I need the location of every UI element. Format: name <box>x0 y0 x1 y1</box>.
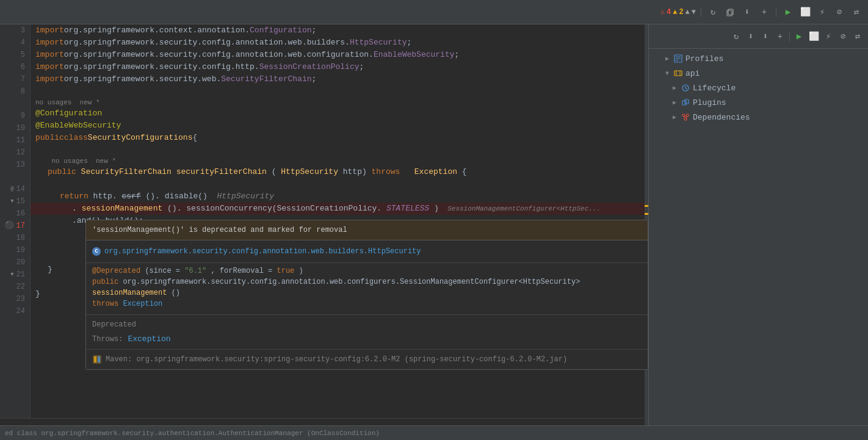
error-count: 4 <box>667 8 671 16</box>
error-badge[interactable]: ⚠ 4 ▲ 2 ▲ ▼ <box>660 7 696 16</box>
ln-13: 13 <box>5 159 25 171</box>
ln-24: 24 <box>5 305 25 317</box>
editor-area: 3 4 5 6 7 8 9 10 11 12 13 @ 14 ▼ 15 <box>0 24 648 425</box>
popup-class-name: org.springframework.security.config.anno… <box>104 245 421 258</box>
popup-maven-section: Maven: org.springframework.security:spri… <box>86 350 648 369</box>
code-line-15: return http. csrf (). disable() HttpSecu… <box>31 190 648 203</box>
stop-button[interactable]: ⊘ <box>833 5 846 19</box>
top-toolbar: ⚠ 4 ▲ 2 ▲ ▼ ↻ ⬇ + ▶ ⬜ ⚡ ⊘ ⇄ <box>0 0 868 24</box>
collapse-icon-15[interactable]: ▼ <box>10 195 13 207</box>
plugins-label: Plugins <box>693 98 726 107</box>
deprecation-popup: 'sessionManagement()' is deprecated and … <box>85 220 648 370</box>
tree-item-dependencies[interactable]: ▶ Dependencies <box>649 110 868 124</box>
code-line-4: import org.springframework.security.conf… <box>31 37 648 49</box>
error-icon: ⚠ <box>660 7 665 16</box>
lifecycle-icon <box>681 83 690 93</box>
toolbar-separator <box>701 7 701 17</box>
popup-signature: @Deprecated (since = "6.1" , forRemoval … <box>86 263 648 315</box>
plugins-icon <box>681 98 690 107</box>
status-bar: ed class org.springframework.security.au… <box>0 425 868 440</box>
copy-button[interactable] <box>723 5 737 19</box>
refresh-button[interactable]: ↻ <box>706 5 720 19</box>
right-panel-toolbar: ↻ ⬇ ⬇ + ▶ ⬜ ⚡ ⊘ ⇄ <box>649 24 868 49</box>
hint-no-usages: no usages new * <box>31 98 648 107</box>
ln-9: 9 <box>5 110 25 122</box>
right-toolbar-btn-6[interactable]: ⬜ <box>807 30 820 43</box>
bookmark-icon: @ <box>10 183 13 195</box>
code-line-6: import org.springframework.security.conf… <box>31 61 648 73</box>
ln-11: 11 <box>5 134 25 146</box>
api-arrow[interactable]: ▼ <box>664 70 671 77</box>
status-text: ed class org.springframework.security.au… <box>5 430 380 437</box>
svg-line-19 <box>685 117 687 118</box>
popup-deprecated-section: Deprecated Throws: Exception <box>86 315 648 350</box>
chevron-down-icon[interactable]: ▼ <box>692 8 696 16</box>
code-line-14 <box>31 178 648 190</box>
right-toolbar-btn-4[interactable]: + <box>773 30 787 43</box>
dependencies-icon <box>681 112 690 122</box>
svg-rect-3 <box>94 356 96 362</box>
error-icon-gutter: ⚫ <box>4 220 14 232</box>
lifecycle-label: Lifecycle <box>693 84 736 93</box>
tree-item-api[interactable]: ▼ api <box>649 66 868 81</box>
ln-3: 3 <box>5 24 25 37</box>
right-toolbar-btn-7[interactable]: ⚡ <box>822 30 835 43</box>
profiles-arrow[interactable]: ▶ <box>664 55 671 62</box>
chevron-up-icon[interactable]: ▲ <box>685 8 690 16</box>
download-button[interactable]: ⬇ <box>740 5 754 19</box>
code-container: 3 4 5 6 7 8 9 10 11 12 13 @ 14 ▼ 15 <box>0 24 648 418</box>
code-line-8 <box>31 85 648 98</box>
profiles-icon <box>673 54 683 63</box>
warn-icon: ▲ <box>673 8 677 16</box>
svg-rect-13 <box>682 101 686 105</box>
add-button[interactable]: + <box>758 5 771 19</box>
lifecycle-arrow[interactable]: ▶ <box>671 84 678 92</box>
ln-9-hint <box>5 98 25 110</box>
code-line-12 <box>31 144 648 156</box>
maven-panel: ↻ ⬇ ⬇ + ▶ ⬜ ⚡ ⊘ ⇄ ▶ Profiles <box>648 24 868 425</box>
ln-7: 7 <box>5 73 25 85</box>
line-numbers-gutter: 3 4 5 6 7 8 9 10 11 12 13 @ 14 ▼ 15 <box>0 24 31 418</box>
code-editor[interactable]: import org.springframework.context.annot… <box>31 24 648 418</box>
split-button[interactable]: ⚡ <box>816 5 829 19</box>
deprecated-text: Deprecated <box>92 320 136 329</box>
right-toolbar-btn-9[interactable]: ⇄ <box>851 30 864 43</box>
collapse-icon-21[interactable]: ▼ <box>10 269 13 281</box>
horizontal-scrollbar[interactable] <box>0 418 648 425</box>
right-toolbar-btn-1[interactable]: ↻ <box>729 30 743 43</box>
signature-line1: public org.springframework.security.conf… <box>92 276 642 298</box>
tree-item-plugins[interactable]: ▶ Plugins <box>649 95 868 110</box>
maven-tree: ▶ Profiles ▼ api ▶ <box>649 49 868 425</box>
tree-item-lifecycle[interactable]: ▶ Lifecycle <box>649 81 868 95</box>
svg-point-17 <box>684 118 687 120</box>
dependencies-arrow[interactable]: ▶ <box>671 114 678 121</box>
popup-class-ref: C org.springframework.security.config.an… <box>92 245 642 258</box>
right-toolbar-sep <box>789 32 790 41</box>
ln-12: 12 <box>5 146 25 159</box>
svg-rect-14 <box>685 99 689 104</box>
tree-item-profiles[interactable]: ▶ Profiles <box>649 51 868 66</box>
plugins-arrow[interactable]: ▶ <box>671 99 678 106</box>
svg-point-16 <box>686 114 689 117</box>
right-toolbar-btn-3[interactable]: ⬇ <box>759 30 772 43</box>
ln-19: 19 <box>5 244 25 256</box>
popup-class-section: C org.springframework.security.config.an… <box>86 240 648 263</box>
ln-17-error: ⚫ 17 <box>5 220 25 232</box>
code-line-13: public SecurityFilterChain securityFilte… <box>31 166 648 178</box>
right-toolbar-btn-2[interactable]: ⬇ <box>744 30 758 43</box>
run-button[interactable]: ▶ <box>781 5 795 19</box>
ln-18: 18 <box>5 232 25 244</box>
toolbar-separator2 <box>776 7 776 17</box>
api-label: api <box>685 69 700 78</box>
maven-icon <box>92 355 102 364</box>
code-line-5: import org.springframework.security.conf… <box>31 49 648 61</box>
swap-button[interactable]: ⇄ <box>850 5 863 19</box>
signature-throws: throws Exception <box>92 298 642 309</box>
ln-15: ▼ 15 <box>5 195 25 207</box>
window-button[interactable]: ⬜ <box>798 5 812 19</box>
toolbar-right: ⚠ 4 ▲ 2 ▲ ▼ ↻ ⬇ + ▶ ⬜ ⚡ ⊘ ⇄ <box>660 5 863 19</box>
right-toolbar-btn-5[interactable]: ▶ <box>792 30 806 43</box>
right-toolbar-btn-8[interactable]: ⊘ <box>836 30 850 43</box>
ln-4: 4 <box>5 37 25 49</box>
svg-line-18 <box>684 117 685 118</box>
